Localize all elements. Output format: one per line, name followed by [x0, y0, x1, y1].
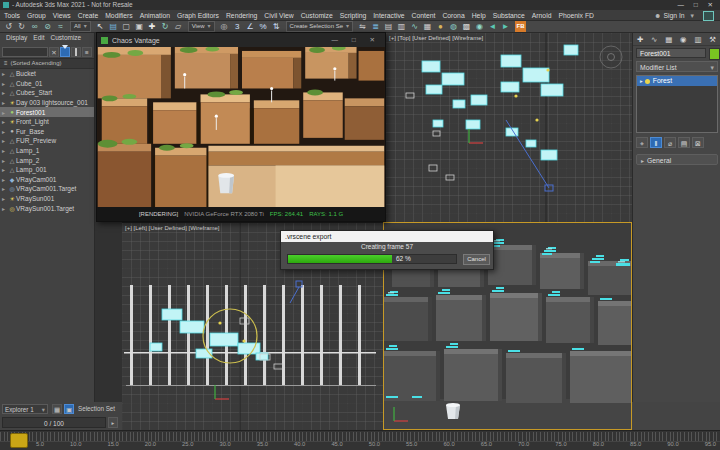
reference-coordinate-dropdown[interactable]: View▾: [188, 21, 215, 32]
toolbar-icon[interactable]: ●: [434, 21, 447, 32]
menu-item[interactable]: Modifiers: [105, 12, 133, 19]
explorer-item[interactable]: ▸ △ Cubes_Start: [0, 88, 94, 98]
viewport-top[interactable]: [+] [Top] [User Defined] [Wireframe]: [385, 33, 632, 222]
explorer-item[interactable]: ▸ ◎ VRayCam001.Target: [0, 184, 94, 194]
toolbar-icon[interactable]: ▤: [382, 21, 395, 32]
menu-item[interactable]: Customize: [301, 12, 333, 19]
stack-tool-icon[interactable]: ⌖: [636, 137, 648, 148]
explorer-item[interactable]: ▸ ◎ VRaySun001.Target: [0, 203, 94, 213]
workspace-icon[interactable]: [703, 11, 714, 21]
lock-icon[interactable]: [71, 47, 81, 57]
explorer-menu-item[interactable]: Edit: [33, 34, 44, 45]
explorer-item[interactable]: ▸ ☀ Day 003 lightsource_001: [0, 98, 94, 108]
toolbar-icon[interactable]: ⊘: [41, 21, 54, 32]
toolbar-icon[interactable]: ↺: [2, 21, 15, 32]
explorer-item[interactable]: ▸ △ Lamp_001: [0, 165, 94, 175]
list-view-icon[interactable]: ≡: [82, 47, 92, 57]
menu-item[interactable]: Interactive: [373, 12, 404, 19]
toolbar-icon[interactable]: ▩: [460, 21, 473, 32]
toolbar-icon[interactable]: ↻: [15, 21, 28, 32]
vray-frame-buffer-icon[interactable]: FB: [515, 21, 526, 32]
grid-icon[interactable]: ▦: [52, 404, 62, 414]
toolbar-icon[interactable]: ▤: [107, 21, 120, 32]
viewport-top-label[interactable]: [+] [Top] [User Defined] [Wireframe]: [389, 35, 483, 41]
toolbar-icon[interactable]: ◉: [473, 21, 486, 32]
dialog-title[interactable]: .vrscene export: [281, 231, 493, 242]
toolbar-icon[interactable]: ✚: [146, 21, 159, 32]
stack-tool-icon[interactable]: ‖: [650, 137, 662, 148]
toolbar-icon[interactable]: ▱: [172, 21, 185, 32]
toolbar-icon[interactable]: ▦: [421, 21, 434, 32]
command-panel-tab-icon[interactable]: ▦: [665, 35, 672, 44]
filter-icon[interactable]: [60, 47, 70, 57]
toolbar-icon[interactable]: ≣: [369, 21, 382, 32]
toolbar-icon[interactable]: ◍: [447, 21, 460, 32]
explorer-menu-item[interactable]: Customize: [51, 34, 82, 45]
toolbar-icon[interactable]: ↖: [94, 21, 107, 32]
explorer-selector-dropdown[interactable]: Explorer 1 ▾: [2, 404, 48, 414]
time-slider-handle[interactable]: [10, 433, 28, 448]
command-panel-tab-icon[interactable]: ⚒: [709, 35, 716, 44]
menu-item[interactable]: Animation: [140, 12, 170, 19]
toolbar-icon[interactable]: ∞: [28, 21, 41, 32]
menu-item[interactable]: Content: [412, 12, 436, 19]
command-panel-tab-icon[interactable]: ∿: [651, 35, 657, 44]
toolbar-icon[interactable]: ∠: [244, 21, 257, 32]
cancel-button[interactable]: Cancel: [463, 254, 490, 265]
explorer-item[interactable]: ▸ ● Fur_Base: [0, 127, 94, 137]
stack-tool-icon[interactable]: ⊠: [692, 137, 704, 148]
named-selection-sets-dropdown[interactable]: Create Selection Se▾: [286, 21, 353, 32]
menu-item[interactable]: Substance: [493, 12, 525, 19]
selection-filter-dropdown[interactable]: All▾: [70, 21, 91, 32]
menu-item[interactable]: Help: [472, 12, 486, 19]
sign-in-dropdown-icon[interactable]: ▾: [691, 12, 694, 20]
menu-item[interactable]: Group: [27, 12, 46, 19]
stack-tool-icon[interactable]: ▤: [678, 137, 690, 148]
menu-item[interactable]: Rendering: [226, 12, 257, 19]
explorer-item[interactable]: ▸ △ FUR_Preview: [0, 136, 94, 146]
viewport-left-label[interactable]: [+] [Left] [User Defined] [Wireframe]: [125, 225, 220, 231]
toolbar-icon[interactable]: ⇋: [356, 21, 369, 32]
menu-item[interactable]: Views: [53, 12, 71, 19]
spinner-right-icon[interactable]: ▸: [108, 417, 118, 428]
toolbar-icon[interactable]: ◄: [486, 21, 499, 32]
explorer-item[interactable]: ▸ ☀ VRaySun001: [0, 194, 94, 204]
command-panel-tab-icon[interactable]: ✚: [637, 35, 643, 44]
search-clear-icon[interactable]: ✕: [49, 47, 59, 57]
stack-tool-icon[interactable]: ⌀: [664, 137, 676, 148]
window-controls[interactable]: — □ ✕: [678, 0, 717, 10]
modifier-stack-item[interactable]: ▸ Forest: [637, 76, 717, 86]
menu-item[interactable]: Create: [78, 12, 98, 19]
object-color-swatch[interactable]: [709, 48, 720, 60]
toolbar-icon[interactable]: ◎: [218, 21, 231, 32]
toolbar-icon[interactable]: ▥: [395, 21, 408, 32]
explorer-item[interactable]: ▸ ☀ Front_Light: [0, 117, 94, 127]
frame-readout-field[interactable]: 0 / 100: [2, 417, 106, 428]
object-name-field[interactable]: Forest001: [636, 48, 706, 58]
command-panel-tab-icon[interactable]: ▥: [694, 35, 701, 44]
toolbar-icon[interactable]: ∿: [408, 21, 421, 32]
toolbar-icon[interactable]: ⇅: [270, 21, 283, 32]
explorer-sort-header[interactable]: ≡ (Sorted Ascending): [0, 58, 94, 69]
modifier-list-dropdown[interactable]: Modifier List ▾: [636, 61, 718, 72]
general-rollout-header[interactable]: ▸General: [636, 154, 718, 165]
toolbar-icon[interactable]: ↻: [159, 21, 172, 32]
menu-item[interactable]: Arnold: [532, 12, 552, 19]
menu-item[interactable]: Phoenix FD: [558, 12, 594, 19]
menu-item[interactable]: Corona: [442, 12, 464, 19]
toolbar-icon[interactable]: ▣: [133, 21, 146, 32]
search-input[interactable]: [2, 47, 48, 57]
vantage-titlebar[interactable]: Chaos Vantage — □ ✕: [97, 33, 385, 47]
toolbar-icon[interactable]: ≈: [54, 21, 67, 32]
sign-in-button[interactable]: ☻ Sign In ▾: [654, 10, 694, 21]
explorer-item[interactable]: ▸ △ Lamp_2: [0, 155, 94, 165]
isolate-selection-icon[interactable]: ▣: [64, 404, 74, 414]
toolbar-icon[interactable]: 3: [231, 21, 244, 32]
toolbar-icon[interactable]: ►: [499, 21, 512, 32]
command-panel-tab-icon[interactable]: ◉: [680, 35, 687, 44]
explorer-menu-item[interactable]: Display: [6, 34, 27, 45]
menu-item[interactable]: Tools: [4, 12, 20, 19]
menu-item[interactable]: Civil View: [264, 12, 293, 19]
menu-item[interactable]: Graph Editors: [177, 12, 219, 19]
vantage-window-controls[interactable]: — □ ✕: [332, 36, 381, 44]
